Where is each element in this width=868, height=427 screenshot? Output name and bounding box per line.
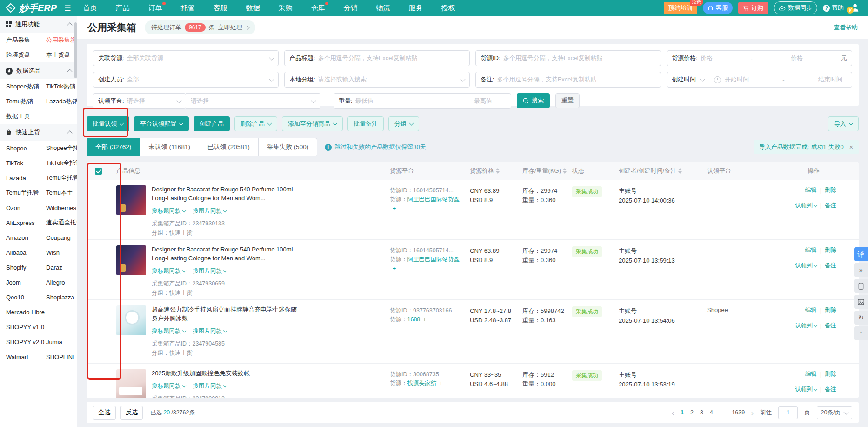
- nav-data[interactable]: 数据: [246, 4, 260, 13]
- claim-to-link[interactable]: 认领到: [795, 322, 817, 330]
- claim-platform-select-2[interactable]: 请选择: [186, 93, 320, 109]
- page-1[interactable]: 1: [681, 409, 684, 416]
- sidebar-item[interactable]: Lazada: [6, 175, 46, 182]
- page-4[interactable]: 4: [710, 409, 713, 416]
- sidebar-item[interactable]: TikTok全托管: [46, 159, 77, 167]
- search-by-title-link[interactable]: 搜标题同款: [152, 327, 186, 335]
- delete-link[interactable]: 删除: [825, 370, 836, 378]
- sort-icon[interactable]: [496, 168, 500, 174]
- product-title[interactable]: Designer for Baccarat for Rouge 540 Perf…: [152, 245, 300, 263]
- select-all-button[interactable]: 全选: [93, 406, 116, 420]
- page-size-select[interactable]: 20条/页: [817, 406, 852, 419]
- delete-link[interactable]: 删除: [825, 246, 836, 254]
- plus-icon[interactable]: +: [393, 265, 396, 272]
- sidebar-item[interactable]: Jumia: [46, 339, 77, 346]
- remark-link[interactable]: 备注: [825, 262, 836, 270]
- sidebar-item[interactable]: 数据工具: [6, 112, 46, 121]
- nav-purchase[interactable]: 采购: [278, 4, 292, 13]
- sidebar-item[interactable]: SHOPYY v2.0: [6, 339, 46, 346]
- search-by-title-link[interactable]: 搜标题同款: [152, 207, 186, 215]
- edit-link[interactable]: 编辑: [805, 246, 817, 254]
- source-link[interactable]: 阿里巴巴国际站货盘: [407, 196, 460, 203]
- training-button[interactable]: 预约培训 免费: [664, 2, 697, 14]
- reset-button[interactable]: 重置: [555, 93, 580, 108]
- nav-authorization[interactable]: 授权: [441, 4, 455, 13]
- sidebar-item[interactable]: Temu热销: [6, 97, 46, 106]
- collapse-panel-button[interactable]: »: [854, 263, 868, 277]
- remark-link[interactable]: 备注: [825, 322, 836, 330]
- nav-product[interactable]: 产品: [115, 4, 129, 13]
- mobile-preview-button[interactable]: [854, 279, 868, 293]
- product-thumbnail[interactable]: [116, 245, 146, 275]
- refresh-button[interactable]: ↻: [854, 311, 868, 325]
- app-logo[interactable]: 妙手ERP: [6, 2, 57, 14]
- customer-service-button[interactable]: 客服: [703, 2, 733, 14]
- sidebar-section-quick-listing[interactable]: 快速上货: [0, 124, 77, 141]
- plus-icon[interactable]: +: [423, 316, 426, 323]
- edit-link[interactable]: 编辑: [805, 186, 817, 194]
- claim-to-link[interactable]: 认领到: [795, 386, 817, 393]
- sidebar-item[interactable]: TikTok热销: [46, 82, 77, 91]
- related-source-select[interactable]: 关联货源:全部关联货源: [93, 50, 279, 66]
- claim-to-link[interactable]: 认领到: [795, 202, 817, 210]
- search-by-image-link[interactable]: 搜图片同款: [193, 327, 227, 335]
- sidebar-item[interactable]: Shopee: [6, 145, 46, 152]
- search-by-image-link[interactable]: 搜图片同款: [193, 207, 227, 215]
- product-title-input[interactable]: 产品标题:多个用逗号分隔，支持Excel复制粘贴: [284, 50, 470, 66]
- sidebar-item[interactable]: Daraz: [46, 264, 77, 271]
- sidebar-item[interactable]: Alibaba: [6, 249, 46, 256]
- sidebar-scrollbar[interactable]: [74, 22, 77, 78]
- product-thumbnail[interactable]: [116, 185, 146, 215]
- product-thumbnail[interactable]: [116, 369, 146, 398]
- weight-range[interactable]: 重量:最低值 - 最高值: [334, 93, 511, 109]
- search-button[interactable]: 搜索: [517, 93, 550, 108]
- help-button[interactable]: ? 帮助: [823, 4, 844, 12]
- tab-failed[interactable]: 采集失败 (500): [258, 138, 317, 156]
- remark-link[interactable]: 备注: [825, 386, 836, 393]
- sidebar-item[interactable]: Amazon: [6, 234, 46, 241]
- batch-claim-button[interactable]: 批量认领: [87, 116, 129, 131]
- next-page-button[interactable]: ›: [751, 409, 754, 417]
- sidebar-item[interactable]: Temu半托管: [6, 189, 46, 197]
- source-link[interactable]: 阿里巴巴国际站货盘: [407, 256, 460, 263]
- plus-icon[interactable]: +: [439, 380, 442, 386]
- delete-link[interactable]: 删除: [825, 306, 836, 314]
- local-group-select[interactable]: 本地分组:请选择或输入搜索: [284, 72, 470, 88]
- sidebar-item[interactable]: Walmart: [6, 353, 46, 360]
- sidebar-item[interactable]: AliExpress: [6, 219, 46, 226]
- nav-distribution[interactable]: 分销: [343, 4, 357, 13]
- delete-link[interactable]: 删除: [825, 186, 836, 194]
- search-by-image-link[interactable]: 搜图片同款: [193, 267, 227, 275]
- claim-to-link[interactable]: 认领到: [795, 262, 817, 270]
- tab-unclaimed[interactable]: 未认领 (11681): [140, 138, 199, 156]
- source-link[interactable]: 1688: [407, 316, 421, 323]
- close-icon[interactable]: ×: [849, 143, 853, 151]
- page-3[interactable]: 3: [700, 409, 703, 416]
- add-to-distribution-button[interactable]: 添加至分销商品: [282, 116, 343, 131]
- search-by-title-link[interactable]: 搜标题同款: [152, 382, 186, 390]
- col-creator[interactable]: 创建者/创建时间/备注: [619, 167, 707, 175]
- translate-button[interactable]: 译: [854, 247, 868, 261]
- sidebar-item[interactable]: SHOPYY v1.0: [6, 324, 46, 331]
- sidebar-item[interactable]: 产品采集: [6, 36, 46, 44]
- sidebar-item[interactable]: Shoplazza: [46, 294, 77, 301]
- import-button[interactable]: 导入: [828, 116, 859, 131]
- edit-link[interactable]: 编辑: [805, 370, 817, 378]
- source-link[interactable]: 找源头家纺: [407, 380, 437, 386]
- tab-all[interactable]: 全部 (32762): [87, 138, 140, 156]
- edit-link[interactable]: 编辑: [805, 306, 817, 314]
- batch-remark-button[interactable]: 批量备注: [347, 116, 384, 131]
- sidebar-item[interactable]: Joom: [6, 279, 46, 286]
- product-title[interactable]: 2025新款升级加固款撞色免安装蚊帐: [152, 369, 250, 378]
- create-time-picker[interactable]: 创建时间 开始时间 - 结束时间: [667, 72, 852, 88]
- nav-services[interactable]: 服务: [408, 4, 422, 13]
- nav-hosting[interactable]: 托管: [180, 4, 194, 13]
- sidebar-item[interactable]: Temu本土: [46, 189, 77, 197]
- product-thumbnail[interactable]: [116, 305, 146, 335]
- sidebar-item[interactable]: Shopee全托管: [46, 144, 77, 152]
- nav-order[interactable]: 订单: [148, 4, 162, 13]
- sidebar-item[interactable]: 本土货盘: [46, 51, 77, 59]
- sidebar-item[interactable]: Allegro: [46, 279, 77, 286]
- remark-link[interactable]: 备注: [825, 202, 836, 210]
- menu-collapse-icon[interactable]: ☰: [64, 4, 71, 13]
